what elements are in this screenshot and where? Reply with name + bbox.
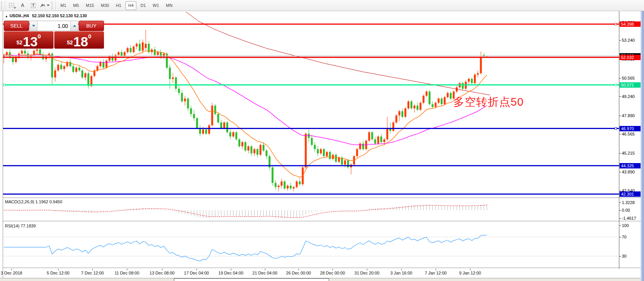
macd-label: MACD(12,26,9) 1.1962 0.9450 — [5, 199, 62, 204]
ask-decimals: 18 — [73, 36, 88, 47]
macd-pane — [4, 204, 487, 218]
buy-price-button[interactable]: 52180 — [54, 31, 104, 49]
ask-integer: 52 — [67, 39, 73, 46]
chart-title: ▲USOil-,H452.150 52.150 52.130 52.130 — [5, 13, 87, 18]
volume-increase-button[interactable] — [70, 21, 78, 31]
volume-decrease-button[interactable] — [30, 21, 37, 31]
bid-integer: 52 — [16, 39, 23, 46]
spinner-down-icon — [32, 25, 35, 27]
symbol-triangle-icon: ▲ — [5, 15, 8, 18]
bid-decimals: 13 — [23, 36, 38, 47]
chinese-annotation-text[interactable]: 多空转折点50 — [453, 95, 524, 110]
mt4-application: F A T M1M5M15M30H1H4D1W1MN ▲USOil-,H452.… — [0, 0, 644, 281]
sell-price-button[interactable]: 52130 — [4, 31, 54, 49]
bid-point: 0 — [38, 33, 41, 39]
volume-input[interactable] — [37, 21, 70, 31]
one-click-trade-panel: SELL BUY 52130 52180 — [4, 21, 104, 49]
volume-control — [29, 21, 78, 31]
spinner-up-icon — [73, 25, 76, 27]
ohlc-values: 52.150 52.150 52.130 52.130 — [32, 13, 87, 18]
rsi-pane — [3, 235, 619, 261]
ask-point: 0 — [88, 33, 91, 39]
rsi-label: RSI(14) 77.1839 — [5, 224, 36, 228]
buy-button[interactable]: BUY — [79, 21, 104, 31]
sell-button[interactable]: SELL — [4, 21, 29, 31]
symbol-label: USOil-,H4 — [10, 13, 29, 18]
